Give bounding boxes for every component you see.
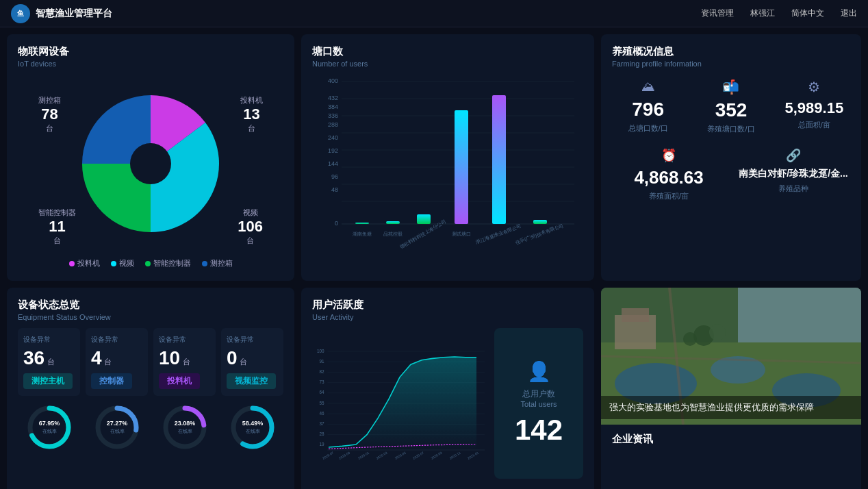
circle-area: 67.95% 在线率 27.27% 在线率 23.08%	[18, 403, 283, 452]
logo: 鱼 智慧渔业管理平台	[11, 4, 112, 23]
equip-card: 设备状态总览 Equipment Status Overview 设备异常 36…	[7, 288, 294, 489]
svg-text:28: 28	[319, 431, 324, 436]
svg-text:2020-09: 2020-09	[431, 451, 443, 460]
pond-bar-svg: 400 432 384 336 288 240 192 144 96 48 0	[312, 75, 583, 266]
iot-label-zhikonji: 智能控制器 11台	[38, 208, 76, 246]
header: 鱼 智慧渔业管理平台 资讯管理 林强江 简体中文 退出	[0, 0, 868, 27]
farm-stat-aqua-ponds: 📬 352 养殖塘口数/口	[695, 79, 767, 134]
svg-rect-86	[622, 308, 649, 322]
circle-0: 67.95% 在线率	[18, 403, 80, 452]
svg-rect-21	[355, 223, 369, 224]
svg-text:2020-03: 2020-03	[376, 451, 388, 460]
nav-news[interactable]: 资讯管理	[701, 8, 734, 19]
app-title: 智慧渔业管理平台	[36, 8, 112, 20]
activity-title: 用户活跃度	[312, 299, 583, 312]
svg-text:测试塘口: 测试塘口	[452, 231, 471, 236]
pond-subtitle: Number of users	[312, 60, 583, 68]
iot-chart: 测控箱 78台 投料机 13台 智能控制器 11台 视频 106台	[18, 75, 283, 253]
legend-video: 视频	[111, 258, 134, 268]
pond-title: 塘口数	[312, 45, 583, 58]
equip-label-2: 设备异常	[159, 335, 210, 344]
farm-total-ponds-value: 796	[612, 99, 684, 121]
farm-stat-species: 🔗 南美白对虾/珍珠龙趸/金... 养殖品种	[737, 148, 850, 201]
svg-text:2020-05: 2020-05	[394, 451, 407, 460]
equip-value-1: 4 台	[91, 347, 142, 369]
svg-point-88	[709, 324, 726, 340]
svg-rect-80	[738, 288, 861, 342]
legend-touliaoqi: 投料机	[69, 258, 100, 268]
farm-aqua-ponds-value: 352	[695, 99, 767, 121]
svg-text:在线率: 在线率	[110, 429, 124, 434]
link-icon: 🔗	[737, 148, 850, 163]
farm-aqua-ponds-label: 养殖塘口数/口	[695, 124, 767, 134]
equip-item-1: 设备异常 4 台 控制器	[86, 328, 148, 396]
nav-lang[interactable]: 简体中文	[791, 8, 824, 19]
svg-text:55: 55	[319, 401, 324, 405]
iot-label-touliaoqi: 投料机 13台	[240, 95, 263, 134]
svg-text:19: 19	[319, 442, 324, 447]
farm-species-value: 南美白对虾/珍珠龙趸/金...	[737, 167, 850, 181]
activity-card: 用户活跃度 User Activity 100 91 82 73 64 55 4…	[301, 288, 594, 489]
farm-subtitle: Farming profile information	[612, 60, 850, 68]
donut-svg-1: 27.27% 在线率	[92, 403, 142, 452]
farm-total-area-label: 总面积/亩	[778, 120, 850, 130]
farm-stats-row2: ⏰ 4,868.63 养殖面积/亩 🔗 南美白对虾/珍珠龙趸/金... 养殖品种	[612, 148, 850, 201]
svg-point-89	[683, 332, 697, 346]
iot-legend: 投料机 视频 智能控制器 测控箱	[18, 258, 283, 268]
svg-text:37: 37	[319, 421, 324, 426]
svg-text:2020-01: 2020-01	[357, 451, 370, 460]
pond-card: 塘口数 Number of users 400 432 384 336 288 …	[301, 34, 594, 281]
equip-label-3: 设备异常	[227, 335, 278, 344]
svg-text:100: 100	[317, 349, 324, 353]
equip-value-0: 36 台	[23, 347, 75, 369]
activity-line-svg: 100 91 82 73 64 55 46 37 28 19	[312, 328, 487, 479]
legend-zhikong: 智能控制器	[145, 258, 191, 268]
svg-text:82: 82	[319, 369, 324, 374]
svg-text:在线率: 在线率	[42, 429, 56, 434]
svg-text:432: 432	[328, 95, 338, 101]
circle-3: 58.49% 在线率	[221, 403, 283, 452]
equip-badge-1: 控制器	[91, 373, 132, 389]
circle-2: 23.08% 在线率	[153, 403, 216, 452]
farm-title: 养殖概况信息	[612, 45, 850, 58]
svg-rect-22	[386, 221, 400, 224]
svg-rect-26	[533, 220, 547, 224]
svg-text:27.27%: 27.27%	[106, 420, 127, 427]
svg-point-0	[130, 143, 171, 184]
farm-stats-row1: ⛰ 796 总塘口数/口 📬 352 养殖塘口数/口 ⚙ 5,989.15 总面…	[612, 79, 850, 134]
user-icon: 👤	[527, 360, 551, 383]
image-overlay: 强大的实验基地也为智慧渔业提供更优质的需求保障	[601, 396, 861, 419]
equip-value-3: 0 台	[227, 347, 278, 369]
svg-text:96: 96	[331, 173, 338, 180]
header-nav: 资讯管理 林强江 简体中文 退出	[701, 8, 857, 19]
logo-icon: 鱼	[11, 4, 30, 23]
farm-image: 强大的实验基地也为智慧渔业提供更优质的需求保障	[601, 288, 861, 425]
mail-icon: 📬	[695, 79, 767, 95]
iot-card: 物联网设备 IoT devices 测控箱 78台 投料	[7, 34, 294, 281]
svg-text:48: 48	[331, 186, 338, 193]
activity-subtitle: User Activity	[312, 313, 583, 321]
image-news-card: 强大的实验基地也为智慧渔业提供更优质的需求保障 企业资讯	[601, 288, 861, 489]
nav-user[interactable]: 林强江	[750, 8, 775, 19]
farm-stat-total-area: ⚙ 5,989.15 总面积/亩	[778, 79, 850, 134]
equip-item-0: 设备异常 36 台 测控主机	[18, 328, 80, 396]
svg-text:在线率: 在线率	[177, 429, 192, 434]
iot-subtitle: IoT devices	[18, 60, 283, 68]
nav-logout[interactable]: 退出	[841, 8, 857, 19]
equip-label-0: 设备异常	[23, 335, 75, 344]
svg-text:240: 240	[328, 134, 338, 141]
legend-cekong: 测控箱	[202, 258, 233, 268]
total-users-box: 👤 总用户数 Total users 142	[494, 328, 583, 479]
svg-rect-24	[455, 110, 468, 224]
farm-card: 养殖概况信息 Farming profile information ⛰ 796…	[601, 34, 861, 281]
svg-text:192: 192	[328, 147, 338, 154]
equip-badge-2: 投料机	[159, 373, 200, 389]
farm-total-area-value: 5,989.15	[778, 99, 850, 117]
svg-text:2021-01: 2021-01	[467, 451, 479, 460]
activity-layout: 100 91 82 73 64 55 46 37 28 19	[312, 328, 583, 479]
equip-value-2: 10 台	[159, 347, 210, 369]
svg-text:2020-11: 2020-11	[449, 451, 461, 460]
equip-stats: 设备异常 36 台 测控主机 设备异常 4 台 控制器 设备异常	[18, 328, 283, 396]
svg-text:67.95%: 67.95%	[38, 420, 60, 427]
donut-svg-2: 23.08% 在线率	[160, 403, 209, 452]
